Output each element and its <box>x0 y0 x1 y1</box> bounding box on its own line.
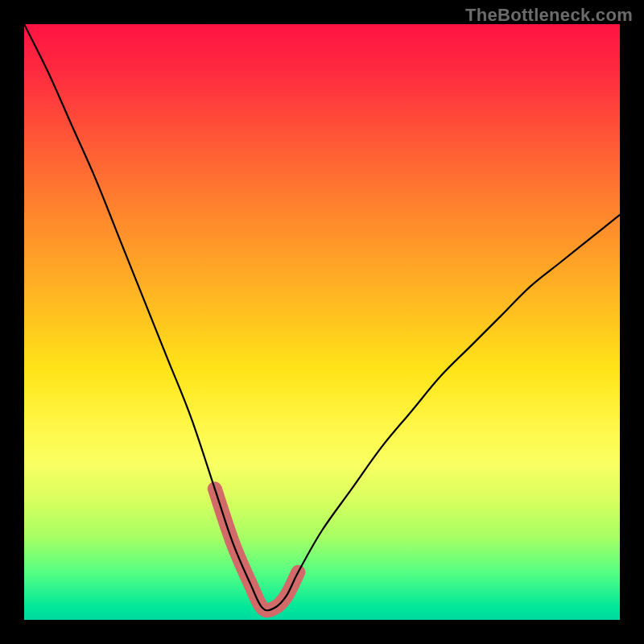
chart-stage: TheBottleneck.com <box>0 0 644 644</box>
curve-path <box>24 24 620 610</box>
curve-layer <box>24 24 620 620</box>
highlight-path <box>215 489 299 610</box>
watermark-text: TheBottleneck.com <box>465 5 633 26</box>
plot-area <box>24 24 620 620</box>
